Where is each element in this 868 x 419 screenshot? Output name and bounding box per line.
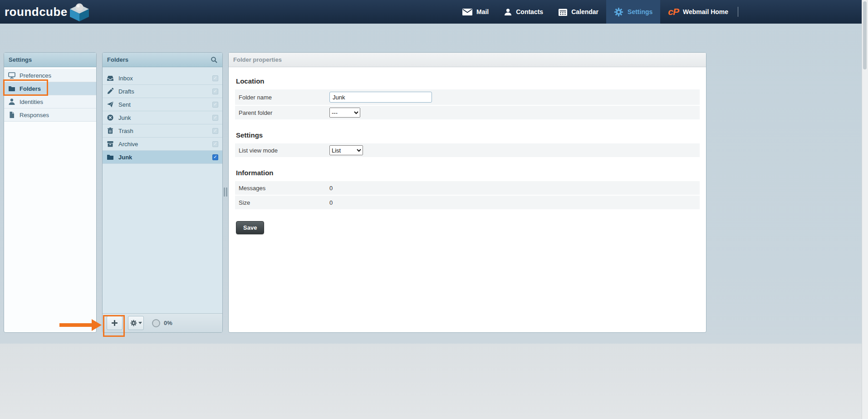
roundcube-logo: roundcube [5,2,90,22]
sidebar-item-identities[interactable]: Identities [4,95,96,108]
folder-name: Junk [118,154,212,161]
folder-row-junk[interactable]: Junk ✓ [103,111,222,124]
search-icon[interactable] [211,56,218,64]
nav-webmail-home[interactable]: cP Webmail Home [660,0,736,24]
size-row: Size 0 [235,196,700,209]
location-heading: Location [236,77,700,85]
settings-heading: Settings [236,131,700,139]
trash-icon [107,127,114,134]
folder-icon [8,85,15,92]
list-view-mode-select[interactable]: List [329,145,363,155]
nav-webmail-home-label: Webmail Home [683,8,728,15]
nav-calendar[interactable]: Calendar [551,0,606,24]
list-view-mode-row: List view mode List [235,143,700,157]
folders-list-panel: Folders Inbox ✓ Drafts ✓ Sent ✓ [102,52,223,333]
parent-folder-select[interactable]: --- [329,108,360,118]
list-view-mode-label: List view mode [239,147,329,154]
nav-calendar-label: Calendar [571,8,598,15]
settings-sidebar-panel: Settings Preferences Folders Identities … [4,52,97,333]
topbar: roundcube Mail Contacts [0,0,862,24]
folders-panel-header: Folders [103,53,222,67]
gear-icon [130,320,137,326]
roundcube-cube-icon [69,2,90,22]
folder-name-row: Folder name [235,89,700,105]
folder-row-drafts[interactable]: Drafts ✓ [103,85,222,98]
folder-actions-button[interactable] [128,316,144,330]
folder-name-input[interactable] [329,92,432,103]
information-heading: Information [236,169,700,177]
mail-icon [462,9,472,15]
sidebar-item-label: Folders [20,85,41,92]
sidebar-item-label: Responses [20,112,49,118]
parent-folder-label: Parent folder [239,109,329,116]
nav-contacts-label: Contacts [516,8,543,15]
subscribe-checkbox[interactable]: ✓ [212,128,218,134]
folder-properties-panel: Folder properties Location Folder name P… [228,52,706,333]
scrollbar-thumb[interactable] [863,1,867,69]
folder-row-trash[interactable]: Trash ✓ [103,124,222,138]
folder-properties-header: Folder properties [229,53,706,67]
messages-value: 0 [329,185,333,192]
quota-circle-icon [152,319,160,327]
calendar-icon [559,8,567,16]
folders-panel-footer: 0% [103,313,222,332]
nav-settings-label: Settings [628,8,652,15]
gear-icon [614,7,623,17]
size-value: 0 [329,199,333,206]
save-button[interactable]: Save [236,221,264,234]
folder-name: Drafts [118,88,212,95]
junk-icon [107,114,114,121]
nav-settings[interactable]: Settings [606,0,660,24]
subscribe-checkbox[interactable]: ✓ [212,115,218,121]
chevron-down-icon [138,322,142,324]
folder-properties-form: Location Folder name Parent folder --- S… [229,67,706,234]
nav-separator [738,7,738,17]
pencil-icon [107,88,114,95]
folder-name-label: Folder name [239,94,329,101]
folder-row-inbox[interactable]: Inbox ✓ [103,72,222,85]
panel-splitter-handle[interactable] [224,187,227,197]
settings-panel-title: Settings [9,56,32,63]
folder-name: Trash [118,128,212,134]
cpanel-icon: cP [668,6,679,17]
subscribe-checkbox[interactable]: ✓ [212,141,218,147]
folder-name: Archive [118,141,212,148]
sidebar-item-folders[interactable]: Folders [4,82,96,95]
sidebar-item-label: Identities [20,99,43,105]
sent-icon [107,101,114,108]
messages-row: Messages 0 [235,181,700,195]
folder-icon [107,153,114,161]
folder-row-archive[interactable]: Archive ✓ [103,138,222,151]
quota-indicator: 0% [152,319,172,327]
archive-icon [107,140,114,148]
nav-mail[interactable]: Mail [455,0,496,24]
nav-contacts[interactable]: Contacts [496,0,551,24]
contacts-icon [504,8,512,16]
parent-folder-row: Parent folder --- [235,106,700,119]
page-scrollbar[interactable] [862,0,868,419]
subscribe-checkbox[interactable]: ✓ [212,154,218,160]
folder-name: Junk [118,114,212,121]
person-icon [8,98,15,105]
taskbar-nav: Mail Contacts Calendar Settings cP Webma… [455,0,738,24]
folder-properties-title: Folder properties [233,56,282,63]
folders-panel-title: Folders [107,56,128,63]
subscribe-checkbox[interactable]: ✓ [212,75,218,81]
subscribe-checkbox[interactable]: ✓ [212,102,218,108]
settings-panel-header: Settings [4,53,96,67]
inbox-icon [107,74,114,82]
sidebar-item-label: Preferences [20,72,51,79]
folders-list: Inbox ✓ Drafts ✓ Sent ✓ Junk ✓ [103,67,222,164]
size-label: Size [239,199,329,206]
sidebar-item-responses[interactable]: Responses [4,108,96,122]
messages-label: Messages [239,185,329,192]
document-icon [8,111,15,118]
folder-row-sent[interactable]: Sent ✓ [103,98,222,111]
add-folder-button[interactable] [107,316,123,330]
sidebar-item-preferences[interactable]: Preferences [4,69,96,82]
folder-row-junk-custom[interactable]: Junk ✓ [103,151,222,164]
monitor-icon [8,72,15,79]
subscribe-checkbox[interactable]: ✓ [212,89,218,94]
nav-mail-label: Mail [476,8,489,15]
settings-list: Preferences Folders Identities Responses [4,67,96,122]
